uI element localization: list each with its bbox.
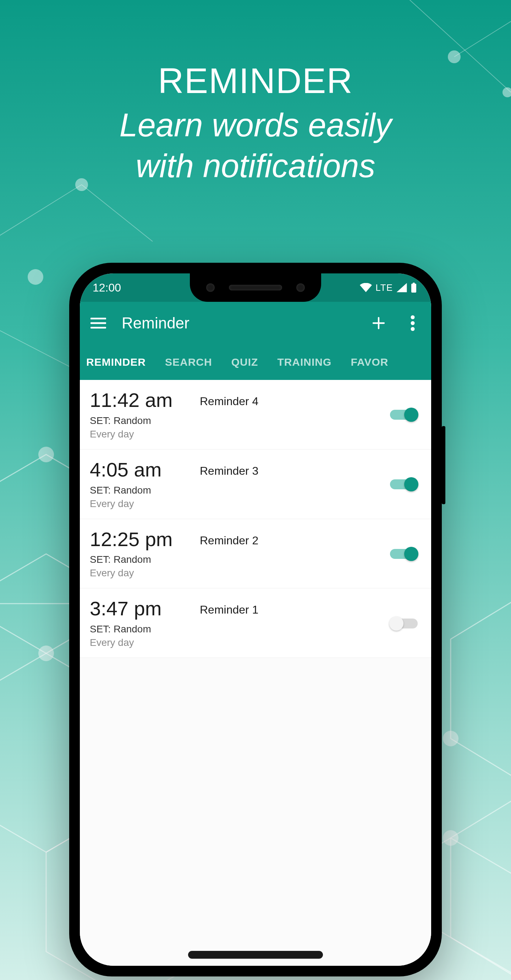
svg-marker-16 xyxy=(451,589,511,788)
phone-notch xyxy=(190,274,321,302)
list-item[interactable]: 12:25 pm SET: Random Every day Reminder … xyxy=(80,519,431,589)
promo-title: REMINDER xyxy=(0,60,511,101)
reminder-toggle[interactable] xyxy=(390,617,418,630)
menu-icon[interactable] xyxy=(88,313,108,333)
svg-line-5 xyxy=(82,185,152,242)
tab-favorites[interactable]: FAVOR xyxy=(351,356,388,368)
reminder-name: Reminder 2 xyxy=(200,534,258,579)
promo-subtitle: Learn words easily with notifications xyxy=(0,105,511,186)
reminder-time: 12:25 pm xyxy=(90,529,200,550)
svg-point-29 xyxy=(411,315,415,319)
wifi-icon xyxy=(360,283,372,292)
reminder-time: 4:05 am xyxy=(90,460,200,480)
svg-point-30 xyxy=(411,321,415,325)
reminder-repeat: Every day xyxy=(90,429,200,440)
tab-reminder[interactable]: REMINDER xyxy=(86,356,146,368)
phone-power-button xyxy=(442,426,445,504)
reminder-repeat: Every day xyxy=(90,498,200,509)
reminder-set: SET: Random xyxy=(90,485,200,496)
svg-point-31 xyxy=(411,327,415,331)
tab-training[interactable]: TRAINING xyxy=(277,356,332,368)
reminder-set: SET: Random xyxy=(90,415,200,426)
reminder-repeat: Every day xyxy=(90,637,200,648)
svg-line-4 xyxy=(0,185,82,248)
reminder-time: 11:42 am xyxy=(90,390,200,411)
reminder-set: SET: Random xyxy=(90,554,200,565)
reminder-name: Reminder 1 xyxy=(200,603,258,648)
list-item[interactable]: 3:47 pm SET: Random Every day Reminder 1 xyxy=(80,589,431,658)
reminder-toggle[interactable] xyxy=(390,477,418,491)
appbar-title: Reminder xyxy=(122,314,355,332)
reminder-list[interactable]: 11:42 am SET: Random Every day Reminder … xyxy=(80,380,431,966)
promo-block: REMINDER Learn words easily with notific… xyxy=(0,60,511,186)
svg-rect-23 xyxy=(413,283,415,284)
network-label: LTE xyxy=(375,282,393,293)
svg-point-20 xyxy=(443,830,459,846)
battery-icon xyxy=(411,283,417,293)
overflow-menu-icon[interactable] xyxy=(403,313,423,333)
svg-point-13 xyxy=(38,447,54,462)
reminder-set: SET: Random xyxy=(90,624,200,635)
reminder-time: 3:47 pm xyxy=(90,598,200,619)
svg-marker-17 xyxy=(451,788,511,980)
phone-chin-bar xyxy=(188,951,323,959)
reminder-toggle[interactable] xyxy=(390,408,418,422)
phone-frame: 12:00 LTE Reminder xyxy=(69,263,442,977)
tab-quiz[interactable]: QUIZ xyxy=(232,356,258,368)
svg-rect-22 xyxy=(411,284,416,293)
add-button[interactable] xyxy=(369,313,389,333)
svg-point-8 xyxy=(28,269,43,285)
list-item[interactable]: 11:42 am SET: Random Every day Reminder … xyxy=(80,380,431,450)
tab-search[interactable]: SEARCH xyxy=(165,356,212,368)
svg-point-19 xyxy=(443,731,459,746)
tab-bar: REMINDER SEARCH QUIZ TRAINING FAVOR xyxy=(80,344,431,380)
reminder-name: Reminder 4 xyxy=(200,395,258,440)
svg-point-14 xyxy=(38,646,54,661)
status-time: 12:00 xyxy=(93,281,121,294)
app-screen: 12:00 LTE Reminder xyxy=(80,274,431,966)
reminder-repeat: Every day xyxy=(90,567,200,579)
reminder-toggle[interactable] xyxy=(390,547,418,561)
reminder-name: Reminder 3 xyxy=(200,465,258,509)
signal-icon xyxy=(397,283,407,292)
app-bar: Reminder xyxy=(80,302,431,344)
list-item[interactable]: 4:05 am SET: Random Every day Reminder 3 xyxy=(80,450,431,519)
svg-line-1 xyxy=(454,21,511,57)
